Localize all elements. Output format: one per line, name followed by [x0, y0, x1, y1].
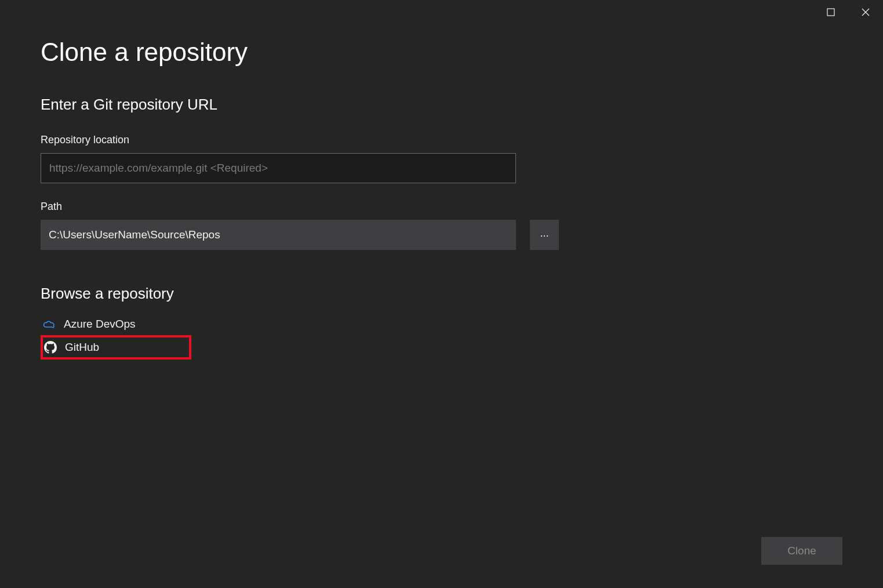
clone-button[interactable]: Clone	[761, 537, 842, 565]
provider-item-github[interactable]: GitHub	[41, 335, 191, 360]
repo-location-field: Repository location	[41, 134, 842, 183]
provider-label: Azure DevOps	[64, 318, 136, 331]
page-title: Clone a repository	[41, 38, 842, 67]
browse-path-button[interactable]: ...	[530, 220, 559, 250]
path-field: Path ...	[41, 201, 842, 250]
path-input[interactable]	[41, 220, 516, 250]
provider-item-azure-devops[interactable]: Azure DevOps	[41, 313, 191, 335]
browse-section-title: Browse a repository	[41, 285, 842, 303]
section-subtitle: Enter a Git repository URL	[41, 96, 842, 114]
path-row: ...	[41, 220, 842, 250]
repo-location-label: Repository location	[41, 134, 842, 146]
svg-rect-0	[827, 9, 834, 16]
dialog-content: Clone a repository Enter a Git repositor…	[0, 0, 883, 360]
dialog-window: Clone a repository Enter a Git repositor…	[0, 0, 883, 588]
close-button[interactable]	[848, 0, 883, 26]
dialog-footer: Clone	[761, 537, 842, 565]
close-icon	[862, 8, 870, 19]
path-label: Path	[41, 201, 842, 213]
github-icon	[44, 341, 57, 354]
window-controls	[813, 0, 883, 26]
repo-location-input[interactable]	[41, 153, 516, 183]
browse-repository-section: Browse a repository Azure DevOps	[41, 285, 842, 360]
cloud-icon	[43, 318, 56, 331]
provider-list: Azure DevOps GitHub	[41, 313, 842, 360]
maximize-icon	[827, 8, 835, 19]
maximize-button[interactable]	[813, 0, 848, 26]
provider-label: GitHub	[65, 341, 99, 354]
